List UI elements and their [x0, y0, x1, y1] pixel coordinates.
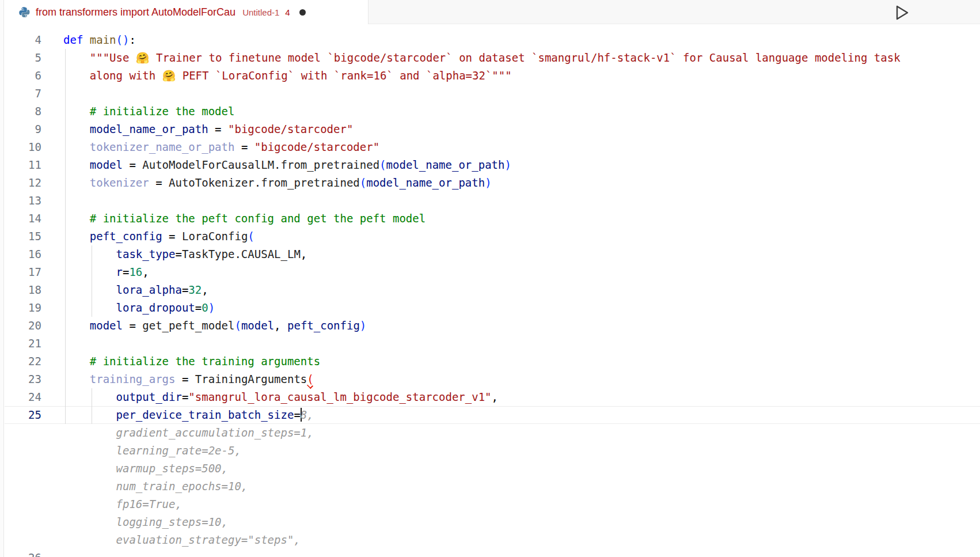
code-text: peft_config = LoraConfig(: [63, 228, 255, 245]
code-line[interactable]: 23 training_args = TrainingArguments(: [5, 370, 980, 388]
code-text: [63, 85, 90, 103]
ghost-line[interactable]: warmup_steps=500,: [5, 460, 980, 478]
line-number[interactable]: 11: [5, 156, 41, 174]
line-number[interactable]: 20: [5, 317, 41, 335]
code-text: model = AutoModelForCausalLM.from_pretra…: [63, 156, 511, 174]
modified-dot[interactable]: [299, 9, 306, 16]
code-editor[interactable]: 4def main():5 """Use 🤗 Trainer to finetu…: [5, 24, 980, 557]
code-text: along with 🤗 PEFT `LoraConfig` with `ran…: [63, 67, 512, 85]
code-line[interactable]: 13: [5, 192, 980, 210]
code-line[interactable]: 6 along with 🤗 PEFT `LoraConfig` with `r…: [5, 67, 980, 85]
code-text: # initialize the model: [63, 103, 234, 120]
line-number[interactable]: 22: [5, 353, 41, 370]
code-line[interactable]: 4def main():: [5, 31, 980, 49]
code-text: gradient_accumulation_steps=1,: [63, 424, 314, 442]
code-text: model = get_peft_model(model, peft_confi…: [63, 317, 366, 335]
code-text: [63, 335, 90, 353]
ghost-line[interactable]: fp16=True,: [5, 495, 980, 513]
code-text: evaluation_strategy="steps",: [63, 531, 301, 549]
code-line[interactable]: 12 tokenizer = AutoTokenizer.from_pretra…: [5, 174, 980, 192]
code-text: training_args = TrainingArguments(: [63, 370, 314, 388]
code-line[interactable]: 25 per_device_train_batch_size=8,: [5, 406, 980, 424]
code-text: lora_dropout=0): [63, 299, 215, 317]
line-number[interactable]: [5, 478, 41, 495]
line-number[interactable]: 4: [5, 31, 41, 49]
line-number[interactable]: [5, 460, 41, 478]
line-number[interactable]: 9: [5, 120, 41, 138]
play-icon: [893, 4, 910, 21]
code-text: # initialize the peft config and get the…: [63, 210, 426, 228]
code-text: logging_steps=10,: [63, 513, 228, 531]
code-text: lora_alpha=32,: [63, 281, 208, 299]
tab-description: Untitled-1: [242, 7, 279, 17]
code-text: warmup_steps=500,: [63, 460, 228, 478]
code-text: per_device_train_batch_size=8,: [63, 406, 314, 424]
line-number[interactable]: 12: [5, 174, 41, 192]
code-text: model_name_or_path = "bigcode/starcoder": [63, 120, 353, 138]
code-text: num_train_epochs=10,: [63, 478, 248, 495]
code-text: output_dir="smangrul_lora_causal_lm_bigc…: [63, 388, 498, 406]
code-line[interactable]: 11 model = AutoModelForCausalLM.from_pre…: [5, 156, 980, 174]
code-line[interactable]: 5 """Use 🤗 Trainer to finetune model `bi…: [5, 49, 980, 67]
code-line[interactable]: 14 # initialize the peft config and get …: [5, 210, 980, 228]
code-text: [63, 192, 90, 210]
line-number[interactable]: 15: [5, 228, 41, 245]
line-number[interactable]: 17: [5, 263, 41, 281]
code-line[interactable]: 22 # initialize the training arguments: [5, 353, 980, 370]
line-number[interactable]: [5, 495, 41, 513]
line-number[interactable]: 23: [5, 370, 41, 388]
line-number[interactable]: 8: [5, 103, 41, 120]
code-text: fp16=True,: [63, 495, 182, 513]
code-text: def main():: [63, 31, 136, 49]
line-number[interactable]: 21: [5, 335, 41, 353]
code-text: r=16,: [63, 263, 149, 281]
line-number[interactable]: 10: [5, 138, 41, 156]
line-number[interactable]: 25: [5, 406, 41, 424]
code-text: # initialize the training arguments: [63, 353, 320, 370]
code-line[interactable]: 21: [5, 335, 980, 353]
line-number[interactable]: 5: [5, 49, 41, 67]
code-line[interactable]: 15 peft_config = LoraConfig(: [5, 228, 980, 245]
run-button[interactable]: [891, 3, 912, 22]
tab-bar: from transformers import AutoModelForCau…: [5, 0, 980, 24]
editor-left-rail: [0, 0, 4, 557]
code-line[interactable]: 17 r=16,: [5, 263, 980, 281]
code-line[interactable]: 16 task_type=TaskType.CAUSAL_LM,: [5, 245, 980, 263]
line-number[interactable]: 14: [5, 210, 41, 228]
line-number[interactable]: [5, 513, 41, 531]
line-number[interactable]: 16: [5, 245, 41, 263]
code-line[interactable]: 26: [5, 549, 980, 557]
code-line[interactable]: 24 output_dir="smangrul_lora_causal_lm_b…: [5, 388, 980, 406]
code-line[interactable]: 20 model = get_peft_model(model, peft_co…: [5, 317, 980, 335]
ghost-line[interactable]: logging_steps=10,: [5, 513, 980, 531]
code-text: learning_rate=2e-5,: [63, 442, 241, 460]
code-line[interactable]: 19 lora_dropout=0): [5, 299, 980, 317]
code-line[interactable]: 8 # initialize the model: [5, 103, 980, 120]
code-line[interactable]: 18 lora_alpha=32,: [5, 281, 980, 299]
line-number[interactable]: [5, 442, 41, 460]
tab-error-badge: 4: [285, 7, 290, 17]
tab-title: from transformers import AutoModelForCau: [36, 6, 235, 18]
line-number[interactable]: 24: [5, 388, 41, 406]
code-text: tokenizer = AutoTokenizer.from_pretraine…: [63, 174, 492, 192]
line-number[interactable]: 7: [5, 85, 41, 103]
tab-untitled-1[interactable]: from transformers import AutoModelForCau…: [5, 0, 369, 24]
code-line[interactable]: 9 model_name_or_path = "bigcode/starcode…: [5, 120, 980, 138]
line-number[interactable]: 18: [5, 281, 41, 299]
code-text: tokenizer_name_or_path = "bigcode/starco…: [63, 138, 379, 156]
ghost-line[interactable]: num_train_epochs=10,: [5, 478, 980, 495]
ghost-line[interactable]: evaluation_strategy="steps",: [5, 531, 980, 549]
code-text: task_type=TaskType.CAUSAL_LM,: [63, 245, 307, 263]
ghost-line[interactable]: learning_rate=2e-5,: [5, 442, 980, 460]
line-number[interactable]: [5, 424, 41, 442]
code-line[interactable]: 10 tokenizer_name_or_path = "bigcode/sta…: [5, 138, 980, 156]
line-number[interactable]: 6: [5, 67, 41, 85]
code-text: """Use 🤗 Trainer to finetune model `bigc…: [63, 49, 901, 67]
line-number[interactable]: [5, 531, 41, 549]
line-number[interactable]: 13: [5, 192, 41, 210]
python-icon: [18, 6, 30, 18]
line-number[interactable]: 19: [5, 299, 41, 317]
line-number[interactable]: 26: [5, 549, 41, 557]
ghost-line[interactable]: gradient_accumulation_steps=1,: [5, 424, 980, 442]
code-line[interactable]: 7: [5, 85, 980, 103]
